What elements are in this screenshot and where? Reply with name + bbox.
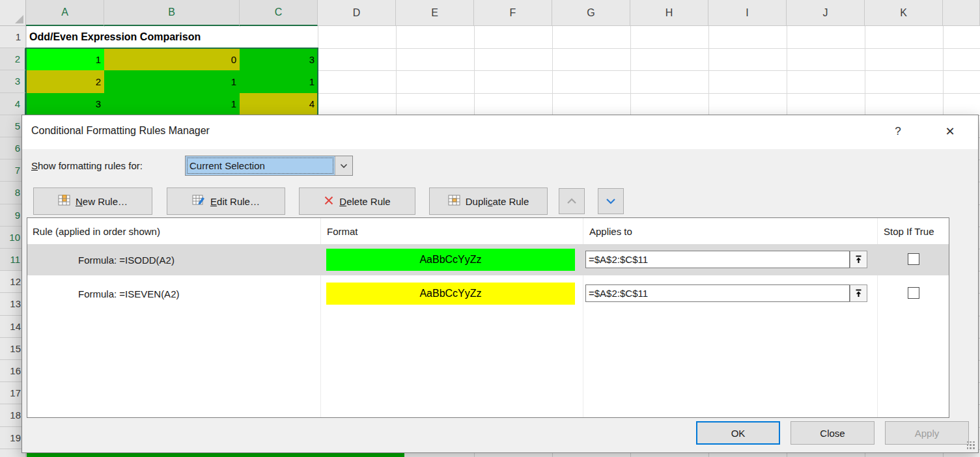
rules-list: Rule (applied in order shown) Format App… xyxy=(27,217,949,418)
show-rules-dropdown[interactable]: Current Selection xyxy=(185,156,353,176)
move-rule-up-button[interactable] xyxy=(559,188,585,214)
edit-rule-button[interactable]: Edit Rule… xyxy=(167,187,285,215)
chevron-up-icon xyxy=(567,198,577,204)
column-header-J[interactable]: J xyxy=(787,0,865,26)
help-icon[interactable]: ? xyxy=(888,122,908,141)
new-rule-button[interactable]: New Rule… xyxy=(33,187,152,215)
close-button[interactable]: Close xyxy=(791,421,875,445)
table-grid-icon xyxy=(448,195,460,208)
row-header-1[interactable]: 1 xyxy=(0,26,26,48)
column-header-H[interactable]: H xyxy=(630,0,708,26)
chevron-down-icon[interactable] xyxy=(335,156,352,175)
column-header-G[interactable]: G xyxy=(552,0,630,26)
red-x-icon xyxy=(324,195,334,208)
new-rule-label: New Rule… xyxy=(76,196,128,207)
rule-formula: Formula: =ISODD(A2) xyxy=(78,244,175,275)
dialog-title: Conditional Formatting Rules Manager xyxy=(31,125,210,137)
row-header-4[interactable]: 4 xyxy=(0,93,26,115)
collapse-dialog-icon[interactable] xyxy=(850,284,867,302)
cell-A1-title[interactable]: Odd/Even Expression Comparison xyxy=(27,27,317,48)
column-header-A[interactable]: A xyxy=(26,0,104,26)
rule-formula: Formula: =ISEVEN(A2) xyxy=(78,278,179,309)
row-header-2[interactable]: 2 xyxy=(0,48,26,70)
apply-button[interactable]: Apply xyxy=(885,421,969,445)
column-header-D[interactable]: D xyxy=(318,0,396,26)
column-header-B[interactable]: B xyxy=(104,0,240,26)
show-formatting-rules-label: Show formatting rules for: xyxy=(31,160,143,171)
resize-grip[interactable] xyxy=(967,441,975,450)
delete-rule-button[interactable]: Delete Rule xyxy=(299,187,415,215)
stop-if-true-checkbox[interactable] xyxy=(908,253,919,265)
applies-to-input[interactable] xyxy=(585,284,850,302)
format-preview-swatch: AaBbCcYyZz xyxy=(326,283,575,305)
delete-rule-label: Delete Rule xyxy=(339,196,390,207)
conditional-formatting-rules-manager-dialog: Conditional Formatting Rules Manager ? ✕… xyxy=(21,115,979,453)
column-header-C[interactable]: C xyxy=(240,0,318,26)
row-header-3[interactable]: 3 xyxy=(0,70,26,92)
screen: ABCDEFGHIJK12345678910111213141516171819… xyxy=(0,0,980,457)
header-stop-if-true: Stop If True xyxy=(884,218,934,244)
column-header-F[interactable]: F xyxy=(474,0,552,26)
header-rule: Rule (applied in order shown) xyxy=(33,218,160,244)
move-rule-down-button[interactable] xyxy=(598,188,624,214)
stop-if-true-checkbox[interactable] xyxy=(908,287,919,299)
format-preview-swatch: AaBbCcYyZz xyxy=(326,249,575,271)
rule-row-iseven[interactable]: Formula: =ISEVEN(A2) AaBbCcYyZz xyxy=(27,278,949,309)
duplicate-rule-button[interactable]: Duplicate Rule xyxy=(429,187,548,215)
table-grid-icon xyxy=(58,195,70,208)
select-all-corner[interactable] xyxy=(0,0,26,26)
column-header-K[interactable]: K xyxy=(865,0,943,26)
column-header-I[interactable]: I xyxy=(708,0,787,26)
duplicate-rule-label: Duplicate Rule xyxy=(466,196,529,207)
table-pencil-icon xyxy=(192,195,205,208)
rule-row-isodd[interactable]: Formula: =ISODD(A2) AaBbCcYyZz xyxy=(27,244,949,275)
close-icon[interactable]: ✕ xyxy=(940,122,960,141)
chevron-down-icon xyxy=(606,198,616,204)
show-rules-dropdown-value: Current Selection xyxy=(186,156,335,175)
dialog-titlebar[interactable]: Conditional Formatting Rules Manager ? ✕ xyxy=(22,115,978,149)
selection-border xyxy=(25,48,318,115)
ok-button[interactable]: OK xyxy=(696,421,780,445)
collapse-dialog-icon[interactable] xyxy=(850,251,867,268)
column-header-E[interactable]: E xyxy=(396,0,474,26)
header-applies-to: Applies to xyxy=(589,218,632,244)
header-format: Format xyxy=(327,218,358,244)
edit-rule-label: Edit Rule… xyxy=(210,196,260,207)
column-header-partial[interactable] xyxy=(943,0,980,26)
applies-to-input[interactable] xyxy=(585,251,850,268)
